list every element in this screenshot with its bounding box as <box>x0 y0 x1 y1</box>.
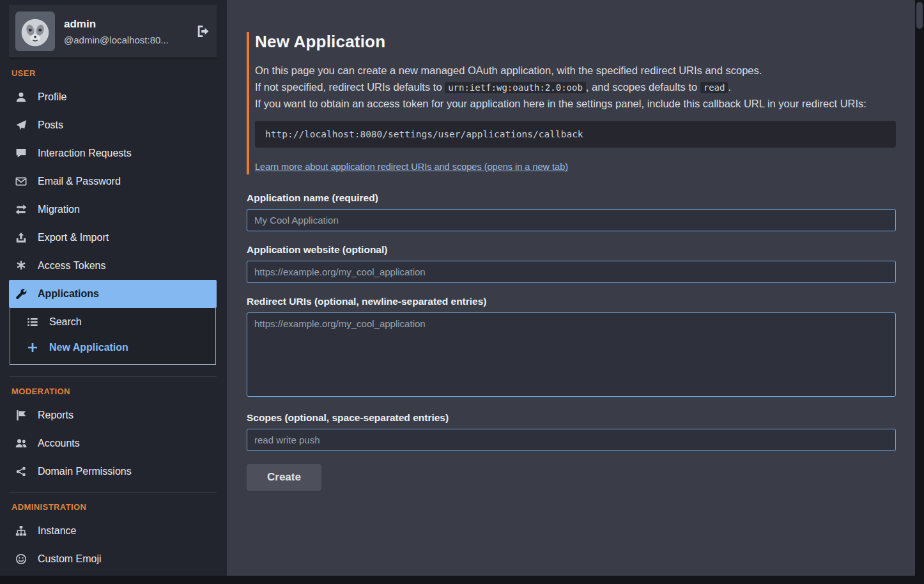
paper-plane-icon <box>14 119 28 131</box>
application-website-label: Application website (optional) <box>247 244 896 256</box>
comment-icon <box>14 148 28 159</box>
section-header-administration: ADMINISTRATION <box>12 502 214 512</box>
create-button[interactable]: Create <box>247 464 321 491</box>
sidebar-item-export-import[interactable]: Export & Import <box>9 224 217 252</box>
vertical-scrollbar[interactable] <box>915 0 924 576</box>
sidebar-item-accounts[interactable]: Accounts <box>9 429 217 457</box>
page: admin @admin@localhost:80... USER Profil… <box>0 0 924 576</box>
sidebar-item-label: Interaction Requests <box>38 148 132 159</box>
sidebar-item-domain-permissions[interactable]: Domain Permissions <box>9 457 217 486</box>
user-name: admin <box>64 18 187 31</box>
sidebar-section-user: USER Profile Posts Interaction Requests … <box>9 68 217 377</box>
sidebar-item-label: Instance <box>38 525 76 537</box>
flag-icon <box>14 410 28 421</box>
sidebar-item-profile[interactable]: Profile <box>9 83 217 111</box>
avatar <box>15 12 55 51</box>
application-name-input[interactable] <box>247 209 896 231</box>
new-application-form: Application name (required) Application … <box>247 192 896 491</box>
user-card[interactable]: admin @admin@localhost:80... <box>9 5 217 59</box>
sidebar-item-label: Custom Emoji <box>38 553 102 565</box>
sidebar-item-label: Migration <box>38 204 80 215</box>
sidebar-item-interaction-requests[interactable]: Interaction Requests <box>9 139 217 167</box>
sidebar-item-label: Profile <box>38 91 66 103</box>
sidebar-item-label: Accounts <box>38 438 80 449</box>
sidebar-item-label: Access Tokens <box>38 260 105 272</box>
main-panel: New Application On this page you can cre… <box>227 0 915 576</box>
scopes-input[interactable] <box>247 429 896 451</box>
inline-code-oob: urn:ietf:wg:oauth:2.0:oob <box>445 82 586 93</box>
application-name-label: Application name (required) <box>247 192 896 204</box>
sidebar-item-migration[interactable]: Migration <box>9 196 217 224</box>
smile-icon <box>14 553 28 565</box>
scopes-label: Scopes (optional, space-separated entrie… <box>247 412 896 424</box>
section-header-moderation: MODERATION <box>12 387 214 396</box>
sidebar-item-applications[interactable]: Applications <box>9 280 217 308</box>
sidebar-item-instance[interactable]: Instance <box>9 517 217 545</box>
sidebar-item-label: Posts <box>38 119 63 131</box>
sidebar-item-access-tokens[interactable]: Access Tokens <box>9 252 217 280</box>
domain-graph-icon <box>14 466 28 477</box>
plus-icon <box>26 342 40 353</box>
sidebar-item-actions[interactable]: Actions <box>9 573 217 576</box>
sidebar-section-moderation: MODERATION Reports Accounts Domain Permi… <box>9 387 217 493</box>
sidebar-item-label: Applications <box>38 288 99 300</box>
vertical-scrollbar-thumb[interactable] <box>916 2 923 29</box>
export-icon <box>14 232 28 243</box>
inline-code-read: read <box>700 82 728 93</box>
sidebar-item-posts[interactable]: Posts <box>9 111 217 139</box>
redirect-uris-textarea[interactable] <box>247 312 896 397</box>
sidebar-item-label: Reports <box>38 410 73 421</box>
user-icon <box>14 91 28 103</box>
learn-more-link[interactable]: Learn more about application redirect UR… <box>255 162 568 172</box>
sidebar: admin @admin@localhost:80... USER Profil… <box>0 0 227 576</box>
sitemap-icon <box>14 525 28 537</box>
sidebar-item-email-password[interactable]: Email & Password <box>9 167 217 196</box>
sidebar-item-custom-emoji[interactable]: Custom Emoji <box>9 545 217 573</box>
sidebar-item-label: Domain Permissions <box>38 466 132 477</box>
sidebar-item-label: New Application <box>49 342 128 353</box>
section-header-user: USER <box>12 68 214 78</box>
callback-url-codeblock: http://localhost:8080/settings/user/appl… <box>255 121 896 148</box>
sidebar-item-search[interactable]: Search <box>10 309 215 335</box>
envelope-icon <box>14 176 28 187</box>
list-icon <box>26 316 40 328</box>
intro-line-3: If you want to obtain an access token fo… <box>255 96 896 112</box>
intro-line-1: On this page you can create a new manage… <box>255 63 896 79</box>
sidebar-section-administration: ADMINISTRATION Instance Custom Emoji Act… <box>9 502 217 576</box>
sidebar-item-label: Export & Import <box>38 232 109 243</box>
sidebar-item-reports[interactable]: Reports <box>9 401 217 429</box>
applications-submenu: Search New Application <box>10 308 216 365</box>
horizontal-scrollbar[interactable] <box>0 576 924 584</box>
wrench-icon <box>14 288 28 300</box>
sidebar-item-label: Email & Password <box>38 176 121 187</box>
user-handle: @admin@localhost:80... <box>64 35 187 45</box>
page-title: New Application <box>255 32 896 52</box>
exchange-icon <box>14 204 28 215</box>
intro-line-2: If not specified, redirect URIs defaults… <box>255 80 896 95</box>
users-icon <box>14 438 28 449</box>
sidebar-item-new-application[interactable]: New Application <box>10 335 215 360</box>
sign-out-icon[interactable] <box>196 24 210 38</box>
intro-block: New Application On this page you can cre… <box>247 32 896 174</box>
sidebar-item-label: Search <box>49 316 82 328</box>
redirect-uris-label: Redirect URIs (optional, newline-separat… <box>247 296 896 307</box>
asterisk-icon <box>14 260 28 272</box>
application-website-input[interactable] <box>247 261 896 283</box>
user-info: admin @admin@localhost:80... <box>64 18 187 45</box>
